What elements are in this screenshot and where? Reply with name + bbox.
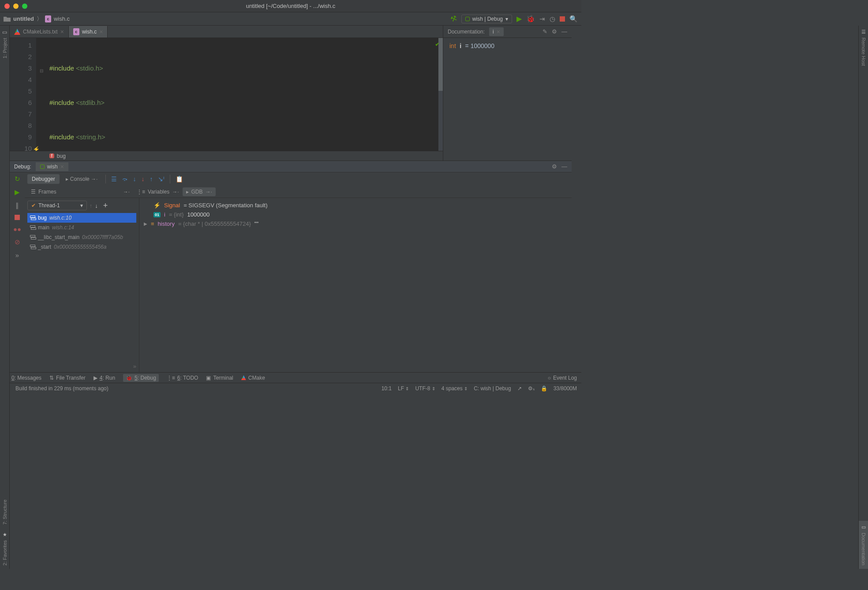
frames-header[interactable]: ☰Frames→· <box>27 189 133 195</box>
attach-icon[interactable]: ⇥ <box>539 15 545 23</box>
stop-icon[interactable] <box>560 16 565 22</box>
fold-icon[interactable]: ⊟ <box>40 65 43 77</box>
variables-header[interactable]: ⋮≡Variables →· <box>133 189 183 195</box>
run-icon[interactable]: ▶ <box>516 15 522 23</box>
nav-right: ⚒ wish | Debug ▾ ▶ 🐞 ⇥ ◷ 🔍 <box>451 15 578 23</box>
build-icon[interactable]: ⚒ <box>449 14 458 24</box>
window-title: untitled [~/Code/untitled] - .../wish.c <box>246 3 336 9</box>
line-gutter: 1 2 3 4 5 6 7 8 9 10⚡ 11 12 13▶ 14 <box>10 38 36 151</box>
editor-tabs: CMakeLists.txt × wish.c × <box>10 26 443 38</box>
view-breakpoints-icon[interactable]: ●● <box>13 225 21 233</box>
pause-icon[interactable]: ∥ <box>15 202 19 209</box>
run-tab[interactable]: ▶ 4: Run <box>94 375 115 381</box>
more-icon[interactable]: » <box>15 251 19 259</box>
indent[interactable]: 4 spaces ⇕ <box>441 385 468 392</box>
step-into-icon[interactable]: ↓ <box>131 176 138 183</box>
run-config-icon <box>40 164 45 169</box>
left-tool-stripe: ▭ 1: Project 7: Structure ★ 2: Favorites <box>0 26 10 393</box>
hide-icon[interactable]: — <box>561 28 567 35</box>
stack-frame-icon <box>30 245 35 249</box>
tab-cmakelists[interactable]: CMakeLists.txt × <box>10 26 69 37</box>
file-transfer-tab[interactable]: ⇅ File Transfer <box>49 375 86 381</box>
window-controls <box>4 4 27 9</box>
line-ending[interactable]: LF ⇕ <box>398 385 409 392</box>
variable-row[interactable]: 01 i = {int} 1000000 <box>144 210 567 219</box>
resume-icon[interactable]: ▶ <box>15 188 20 196</box>
debugger-tab[interactable]: Debugger <box>27 174 60 184</box>
mute-breakpoints-icon[interactable]: ⊘ <box>15 238 20 246</box>
variable-row[interactable]: ▶ ≡ history = {char * | 0x555555554724} … <box>144 219 567 228</box>
deploy-icon[interactable]: ↗ <box>517 385 522 392</box>
stop-icon[interactable] <box>15 215 20 220</box>
encoding[interactable]: UTF-8 ⇕ <box>415 385 435 392</box>
debug-session-tab[interactable]: wish × <box>36 162 68 171</box>
documentation-header: Documentation: i× ✎ ⚙ — <box>443 26 572 38</box>
gear-icon[interactable]: ⚙ <box>552 163 557 170</box>
event-log-tab[interactable]: ○ Event Log <box>548 375 577 381</box>
thread-selector[interactable]: ✔ Thread-1 ▾ <box>27 201 87 210</box>
debug-bottom-tab[interactable]: 🐞 5: Debug <box>123 374 159 382</box>
expand-icon[interactable]: ▶ <box>144 221 147 226</box>
more-icon[interactable]: » <box>27 363 136 370</box>
edit-icon[interactable]: ✎ <box>542 28 547 35</box>
run-config-label: wish | Debug <box>472 16 503 22</box>
close-window-button[interactable] <box>4 4 10 9</box>
editor-body[interactable]: ✔ 1 2 3 4 5 6 7 8 9 10⚡ 11 12 <box>10 38 443 151</box>
profile-icon[interactable]: ◷ <box>550 15 555 23</box>
breadcrumb-project[interactable]: untitled <box>13 15 34 22</box>
stack-frame[interactable]: _start 0x000055555555456a <box>27 242 136 252</box>
force-step-into-icon[interactable]: ↓ <box>139 176 146 183</box>
evaluate-expression-icon[interactable]: 📋 <box>174 176 185 183</box>
todo-tab[interactable]: ⋮≡ 6: TODO <box>167 375 198 381</box>
folder-icon <box>4 16 11 22</box>
console-tab[interactable]: ▸Console →· <box>61 174 102 184</box>
debug-tabs: Debugger ▸Console →· ☰ ⤼ ↓ ↓ ↑ ↘ᴵ 📋 <box>25 172 572 186</box>
stack-frame[interactable]: bug wish.c:10 <box>27 213 136 223</box>
close-icon[interactable]: × <box>60 163 64 170</box>
cmake-icon <box>14 29 20 35</box>
step-out-icon[interactable]: ↑ <box>148 176 154 183</box>
gdb-header[interactable]: ▸GDB →· <box>183 187 216 196</box>
documentation-tab[interactable]: i× <box>489 27 504 36</box>
stack-frame[interactable]: __libc_start_main 0x00007ffff7a05b <box>27 232 136 242</box>
frames-pane: ✔ Thread-1 ▾ ↑ ↓ + bug wish.c:10 main <box>25 198 139 372</box>
signal-row: ⚡ Signal = SIGSEGV (Segmentation fault) <box>144 201 567 210</box>
terminal-tab[interactable]: ▣ Terminal <box>206 375 233 381</box>
breadcrumb-file[interactable]: wish.c <box>54 15 70 22</box>
context[interactable]: C: wish | Debug <box>474 385 511 392</box>
lock-icon[interactable]: 🔒 <box>541 385 547 392</box>
frames-list: bug wish.c:10 main wish.c:14 __libc_star… <box>27 213 136 252</box>
add-icon[interactable]: + <box>103 201 108 210</box>
editor-breadcrumb-fn[interactable]: f bug <box>10 151 443 161</box>
cursor-position[interactable]: 10:1 <box>382 385 392 392</box>
code-area[interactable]: ⊟#include <stdio.h> #include <stdlib.h> … <box>36 38 443 151</box>
step-over-icon[interactable]: ⤼ <box>120 176 129 183</box>
minimize-window-button[interactable] <box>13 4 19 9</box>
close-icon[interactable]: × <box>99 28 103 35</box>
debug-icon[interactable]: 🐞 <box>526 15 535 23</box>
breadcrumb: untitled 〉 wish.c <box>4 15 70 23</box>
close-icon[interactable]: × <box>60 28 64 35</box>
search-icon[interactable]: 🔍 <box>569 15 578 23</box>
show-execution-point-icon[interactable]: ☰ <box>109 176 119 183</box>
next-frame-icon[interactable]: ↓ <box>95 202 98 209</box>
memory-indicator[interactable]: 33/8000M <box>554 385 577 392</box>
prev-frame-icon[interactable]: ↑ <box>90 202 93 209</box>
run-configuration-selector[interactable]: wish | Debug ▾ <box>461 15 512 23</box>
stack-frame[interactable]: main wish.c:14 <box>27 223 136 232</box>
primitive-icon: 01 <box>153 212 161 217</box>
hide-icon[interactable]: — <box>561 163 567 170</box>
run-to-cursor-icon[interactable]: ↘ᴵ <box>156 176 166 183</box>
stack-frame-icon <box>30 235 35 239</box>
zoom-window-button[interactable] <box>22 4 27 9</box>
gear-icon[interactable]: ⚙ <box>552 28 557 35</box>
cmake-tab[interactable]: CMake <box>241 375 265 381</box>
settings-icon[interactable]: ⚙ₛ <box>528 385 535 392</box>
tab-wish-c[interactable]: wish.c × <box>69 26 108 37</box>
rerun-icon[interactable]: ↻ <box>15 175 20 183</box>
project-tool-tab[interactable]: ▭ 1: Project <box>0 26 9 62</box>
struct-icon: ≡ <box>151 220 154 227</box>
messages-tab[interactable]: ☰ 0: Messages <box>4 375 41 381</box>
list-icon: ⋮≡ <box>137 189 145 195</box>
close-icon[interactable]: × <box>497 28 500 35</box>
